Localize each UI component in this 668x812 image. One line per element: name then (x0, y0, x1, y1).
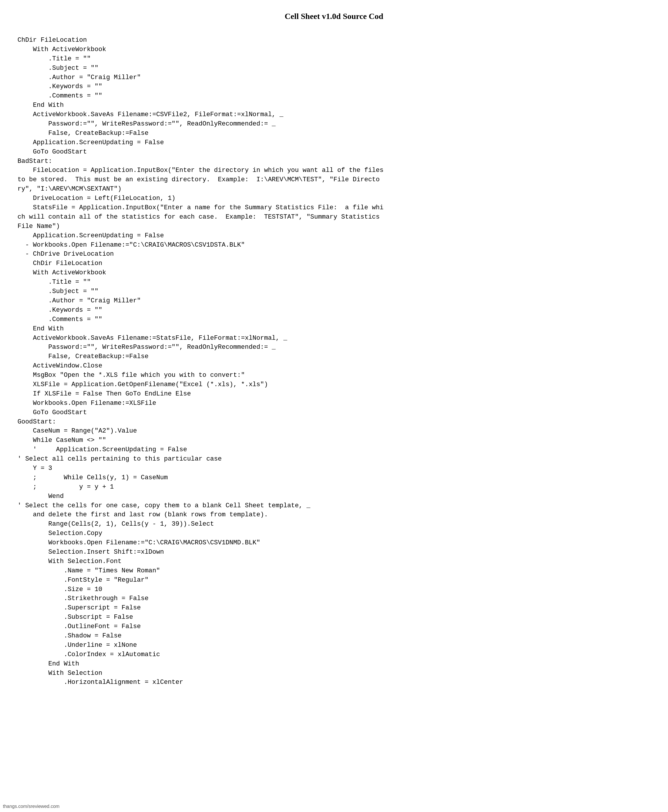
page-title: Cell Sheet v1.0d Source Cod (18, 12, 650, 21)
source-code-block: ChDir FileLocation With ActiveWorkbook .… (18, 36, 650, 687)
watermark: thangs.com/sreviewed.com (3, 804, 60, 809)
